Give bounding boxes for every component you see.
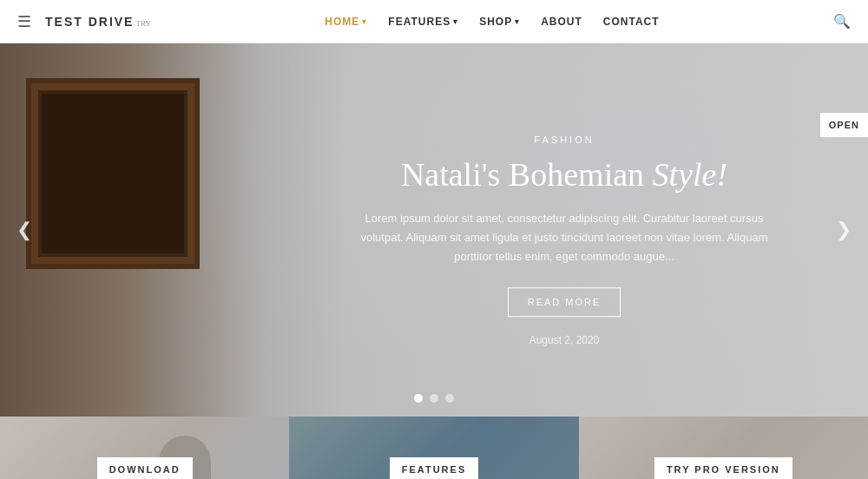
main-nav: HOME ▾ FEATURES ▾ SHOP ▾ ABOUT CONTACT	[325, 16, 659, 28]
card-features[interactable]: FEATURES	[289, 417, 578, 479]
hero-excerpt: Lorem ipsum dolor sit amet, consectetur …	[347, 209, 781, 266]
slider-dot-3[interactable]	[445, 394, 454, 403]
window-decoration	[26, 78, 200, 269]
card-download[interactable]: DOWNLOAD	[0, 417, 289, 479]
nav-arrow-features: ▾	[453, 17, 458, 26]
hero-title-plain: Natali's Bohemian	[401, 156, 653, 193]
slider-dots	[414, 394, 454, 403]
nav-label-home: HOME	[325, 16, 359, 28]
hero-title: Natali's Bohemian Style!	[347, 155, 781, 195]
hero-title-italic: Style!	[653, 156, 728, 193]
nav-label-features: FEATURES	[388, 16, 450, 28]
nav-item-shop[interactable]: SHOP ▾	[479, 16, 520, 28]
slider-next-button[interactable]: ❯	[828, 214, 859, 246]
hero-category: FASHION	[347, 135, 781, 145]
open-tab-button[interactable]: OPEN	[820, 113, 868, 137]
search-icon[interactable]: 🔍	[833, 13, 851, 30]
logo-sup: TRY	[135, 19, 151, 28]
card-try-pro[interactable]: TRY PRO VERSION	[579, 417, 868, 479]
nav-item-features[interactable]: FEATURES ▾	[388, 16, 458, 28]
header: ☰ TEST DRivE TRY HOME ▾ FEATURES ▾ SHOP …	[0, 0, 868, 43]
nav-item-home[interactable]: HOME ▾	[325, 16, 367, 28]
slider-prev-button[interactable]: ❮	[9, 214, 40, 246]
card-download-label[interactable]: DOWNLOAD	[97, 457, 193, 479]
slider-dot-2[interactable]	[430, 394, 438, 403]
hero-date: August 2, 2020	[347, 334, 781, 346]
nav-arrow-shop: ▾	[515, 17, 520, 26]
nav-item-contact[interactable]: CONTACT	[603, 16, 660, 28]
slider-dot-1[interactable]	[414, 394, 423, 403]
hamburger-icon[interactable]: ☰	[17, 12, 31, 31]
card-try-pro-label[interactable]: TRY PRO VERSION	[654, 457, 792, 479]
hero-content: FASHION Natali's Bohemian Style! Lorem i…	[347, 135, 781, 346]
logo[interactable]: TEST DRivE TRY	[45, 15, 151, 29]
nav-label-contact: CONTACT	[603, 16, 660, 28]
header-left: ☰ TEST DRivE TRY	[17, 12, 151, 31]
logo-text: TEST DRivE	[45, 15, 134, 29]
hero-slider: OPEN FASHION Natali's Bohemian Style! Lo…	[0, 43, 868, 417]
bottom-cards: DOWNLOAD FEATURES TRY PRO VERSION	[0, 417, 868, 479]
nav-item-about[interactable]: ABOUT	[541, 16, 582, 28]
nav-label-about: ABOUT	[541, 16, 582, 28]
card-features-label[interactable]: FEATURES	[390, 457, 478, 479]
nav-label-shop: SHOP	[479, 16, 512, 28]
read-more-button[interactable]: READ MORE	[508, 287, 621, 317]
nav-arrow-home: ▾	[362, 17, 367, 26]
